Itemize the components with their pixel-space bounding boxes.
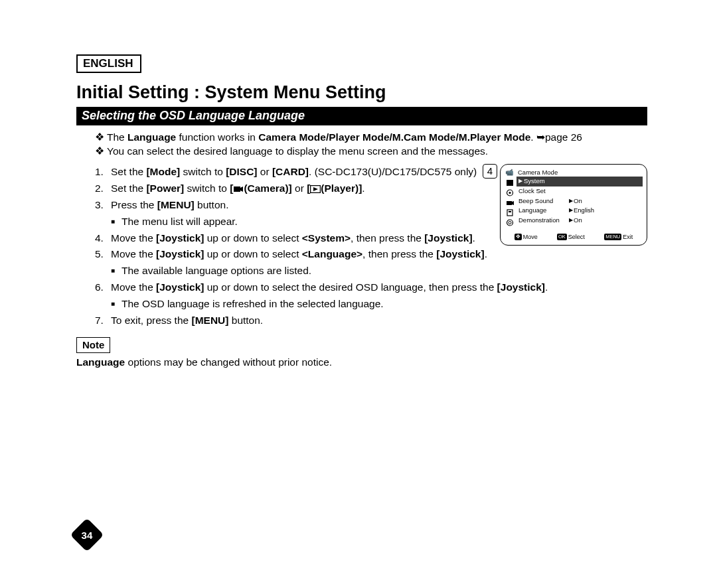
note-label: Note: [76, 337, 110, 353]
note-text: Language options may be changed without …: [76, 356, 647, 370]
osd-menu-row: Clock Set: [517, 186, 643, 196]
menu-icon: MENU: [604, 234, 621, 240]
step-5-sub: The available language options are liste…: [121, 264, 311, 278]
page-title: Initial Setting : System Menu Setting: [76, 82, 647, 103]
svg-rect-7: [507, 201, 512, 205]
svg-point-11: [507, 220, 513, 226]
svg-point-12: [509, 221, 511, 224]
ok-icon: OK: [557, 234, 567, 240]
osd-screen: 📹 Camera Mode ▶System Clock Set Beep Sou…: [500, 164, 647, 246]
step-5: Move the [Joystick] up or down to select…: [111, 248, 647, 261]
square-bullet-icon: ■: [111, 264, 121, 278]
osd-menu-row: Demonstration▶On: [517, 216, 643, 226]
osd-menu-row: Language▶English: [517, 206, 643, 216]
osd-selected-item: ▶System: [517, 177, 643, 186]
square-bullet-icon: ■: [111, 215, 121, 229]
diamond-bullet-icon: ❖: [95, 145, 107, 159]
svg-point-6: [509, 191, 511, 193]
intro-line-2: You can select the desired language to d…: [107, 145, 488, 159]
square-bullet-icon: ■: [111, 297, 121, 311]
osd-footer: ✥Move OKSelect MENUExit: [505, 233, 643, 241]
menu-tab-icon: [506, 188, 515, 196]
camcorder-icon: 📹: [505, 169, 514, 177]
svg-marker-3: [313, 187, 318, 191]
step-3-sub: The menu list will appear.: [121, 215, 238, 229]
svg-rect-4: [507, 180, 513, 186]
osd-menu-row: Beep Sound▶On: [517, 196, 643, 206]
svg-rect-10: [509, 211, 511, 212]
language-badge: ENGLISH: [76, 54, 141, 73]
svg-rect-0: [234, 186, 240, 192]
svg-rect-9: [507, 210, 513, 216]
menu-tab-icon: [506, 208, 515, 216]
menu-tab-icon: [506, 198, 515, 206]
menu-tab-icon: [506, 179, 515, 186]
menu-tab-icon: [506, 218, 515, 226]
svg-marker-8: [512, 201, 514, 205]
svg-marker-1: [240, 186, 243, 192]
section-heading: Selecting the OSD Language Language: [76, 107, 647, 125]
intro-line-1: The Language function works in Camera Mo…: [107, 131, 582, 145]
camera-icon: [233, 185, 244, 193]
page-number-badge: 34: [70, 518, 104, 552]
intro-block: ❖ The Language function works in Camera …: [95, 131, 647, 159]
dpad-icon: ✥: [515, 234, 522, 240]
player-icon: [310, 185, 321, 193]
osd-mode-title: Camera Mode: [517, 169, 643, 177]
step-6-sub: The OSD language is refreshed in the sel…: [121, 297, 384, 311]
osd-figure: 4 📹 Camera Mode ▶System Clock Set: [483, 164, 647, 246]
step-6: Move the [Joystick] up or down to select…: [111, 281, 647, 295]
figure-number: 4: [483, 164, 497, 179]
diamond-bullet-icon: ❖: [95, 131, 107, 145]
step-7: To exit, press the [MENU] button.: [111, 314, 647, 328]
